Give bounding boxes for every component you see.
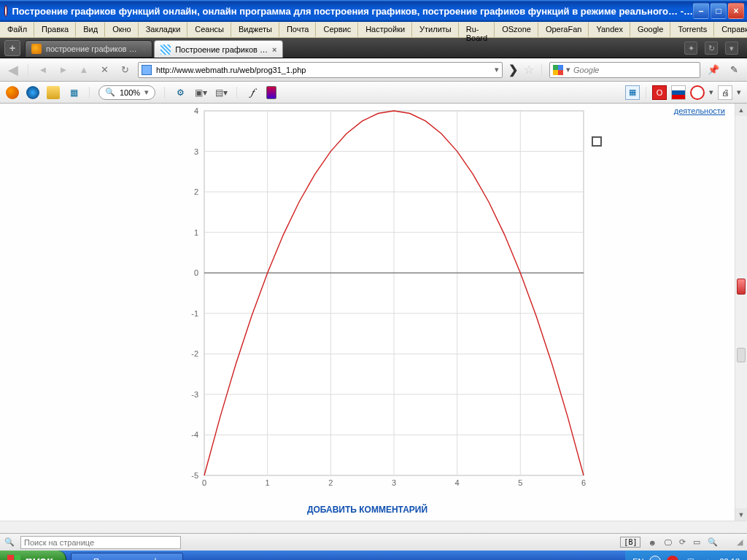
tray-clock[interactable]: 20:13: [719, 557, 740, 560]
window-minimize-button[interactable]: –: [693, 3, 709, 19]
windows-logo-icon: [7, 555, 20, 560]
menu-sessions[interactable]: Сеансы: [187, 22, 231, 37]
window-close-button[interactable]: ×: [728, 3, 744, 19]
status-zoom-icon[interactable]: 🔍: [708, 537, 718, 547]
side-link[interactable]: деятельности: [674, 106, 725, 115]
stop-button[interactable]: ✕: [97, 63, 112, 77]
back-button[interactable]: ◄: [36, 63, 50, 77]
svg-text:0: 0: [202, 478, 206, 487]
status-sync-icon[interactable]: ⟳: [679, 537, 686, 547]
scroll-up-icon[interactable]: ▲: [735, 104, 747, 116]
menu-oszone[interactable]: OSzone: [495, 22, 538, 37]
page-icon[interactable]: ▦: [625, 85, 640, 100]
scroll-down-icon[interactable]: ▼: [735, 508, 747, 521]
tab-label: построение графиков …: [46, 44, 137, 53]
tray-removable-icon[interactable]: ⏏: [702, 556, 713, 560]
svg-text:-4: -4: [191, 430, 198, 439]
start-button[interactable]: пуск: [0, 551, 66, 560]
find-icon[interactable]: 🔍: [4, 537, 15, 547]
tab-active[interactable]: Построение графиков … ×: [154, 40, 283, 58]
resize-grip-icon[interactable]: ◢: [737, 537, 743, 547]
menu-widgets[interactable]: Виджеты: [231, 22, 279, 37]
tool-dropdown-2[interactable]: ▤▾: [214, 86, 228, 99]
opera-outline-icon[interactable]: [690, 85, 705, 100]
menu-operafan[interactable]: OperaFan: [538, 22, 589, 37]
tray-expand-icon[interactable]: ‹: [649, 556, 661, 560]
menu-file[interactable]: Файл: [0, 22, 34, 37]
windows-taskbar: пуск Построение график… EN ‹ 🖵 ⏏ 20:13: [0, 551, 747, 560]
tool-dropdown-3[interactable]: ▾: [709, 88, 713, 97]
tool-dropdown-1[interactable]: ▣▾: [194, 86, 207, 99]
tabs-dropdown-icon[interactable]: ▾: [725, 42, 738, 55]
tool-icon-wand[interactable]: 𝑓: [246, 86, 259, 99]
find-in-page[interactable]: [20, 536, 181, 549]
reload-button[interactable]: ↻: [117, 63, 132, 77]
menu-window[interactable]: Окно: [105, 22, 139, 37]
status-monitor-icon[interactable]: 🖵: [664, 538, 672, 547]
google-engine-icon[interactable]: [553, 65, 563, 75]
tab-inactive[interactable]: построение графиков … ×: [25, 40, 152, 58]
menu-view[interactable]: Вид: [76, 22, 105, 37]
svg-text:1: 1: [194, 228, 198, 237]
taskbar-app-opera[interactable]: Построение график…: [71, 553, 183, 560]
star-icon[interactable]: ✦: [684, 42, 697, 55]
legend-checkbox[interactable]: [592, 136, 602, 147]
menu-yandex[interactable]: Yandex: [589, 22, 630, 37]
menu-help[interactable]: Справка: [714, 22, 747, 37]
tab-label: Построение графиков …: [175, 45, 268, 54]
forward-button[interactable]: ►: [56, 63, 71, 77]
go-button[interactable]: ❯: [508, 63, 518, 77]
firefox-icon[interactable]: [6, 86, 19, 99]
reload-tabs-icon[interactable]: ↻: [705, 42, 718, 55]
status-face-icon[interactable]: ☻: [648, 538, 657, 547]
menu-edit[interactable]: Правка: [34, 22, 76, 37]
bookmark-star-icon[interactable]: ☆: [524, 63, 534, 77]
zoom-control[interactable]: 🔍 100% ▾: [98, 85, 155, 100]
menu-ruboard[interactable]: Ru-Board: [459, 22, 495, 37]
tray-display-icon[interactable]: 🖵: [684, 556, 696, 560]
menu-google[interactable]: Google: [630, 22, 670, 37]
opera-red-icon[interactable]: O: [652, 85, 667, 100]
menu-tools[interactable]: Сервис: [316, 22, 358, 37]
zoom-dropdown-icon[interactable]: ▾: [144, 88, 149, 97]
close-tab-icon[interactable]: ×: [272, 45, 276, 54]
svg-text:3: 3: [194, 147, 198, 156]
print-icon[interactable]: 🖨: [718, 85, 732, 100]
menu-bookmarks[interactable]: Закладки: [139, 22, 188, 37]
add-comment-link[interactable]: ДОБАВИТЬ КОММЕНТАРИЙ: [0, 505, 735, 515]
horizontal-scrollbar[interactable]: [0, 521, 747, 533]
status-kb[interactable]: [В]: [620, 537, 640, 548]
find-input[interactable]: [24, 538, 177, 547]
tray-opera-icon[interactable]: [667, 556, 678, 560]
scrollbar-thumb[interactable]: [737, 348, 746, 362]
rewind-button[interactable]: ◀: [6, 63, 20, 77]
new-tab-button[interactable]: +: [4, 40, 20, 56]
url-dropdown-icon[interactable]: ▾: [495, 65, 499, 74]
vertical-scrollbar[interactable]: ▲ ▼: [735, 104, 747, 521]
menu-mail[interactable]: Почта: [279, 22, 317, 37]
status-fit-icon[interactable]: ▭: [693, 537, 700, 547]
tray-lang[interactable]: EN: [632, 557, 643, 560]
wand-icon[interactable]: ✎: [727, 63, 741, 77]
search-bar[interactable]: ▾: [549, 62, 700, 78]
flag-icon[interactable]: [671, 85, 686, 100]
search-dropdown-icon[interactable]: ▾: [566, 65, 570, 74]
window-maximize-button[interactable]: □: [711, 3, 727, 19]
pin-icon[interactable]: 📌: [706, 63, 721, 77]
close-tab-icon[interactable]: ×: [142, 44, 146, 53]
menu-utilities[interactable]: Утилиты: [412, 22, 459, 37]
folder-icon[interactable]: [47, 86, 60, 99]
tool-icon-1[interactable]: ⚙: [174, 86, 187, 99]
url-input[interactable]: [156, 66, 490, 74]
tool-icon-color[interactable]: [266, 86, 276, 99]
search-input[interactable]: [573, 66, 697, 74]
menu-settings[interactable]: Настройки: [358, 22, 412, 37]
globe-icon[interactable]: [26, 86, 39, 99]
menu-torrents[interactable]: Torrents: [670, 22, 714, 37]
up-button[interactable]: ▲: [77, 63, 91, 77]
system-tray: EN ‹ 🖵 ⏏ 20:13: [625, 551, 747, 560]
tool-dropdown-4[interactable]: ▾: [737, 88, 741, 97]
address-bar[interactable]: ▾: [138, 62, 503, 78]
speed-dial-icon[interactable]: ▦: [67, 86, 80, 99]
svg-text:4: 4: [194, 106, 198, 115]
